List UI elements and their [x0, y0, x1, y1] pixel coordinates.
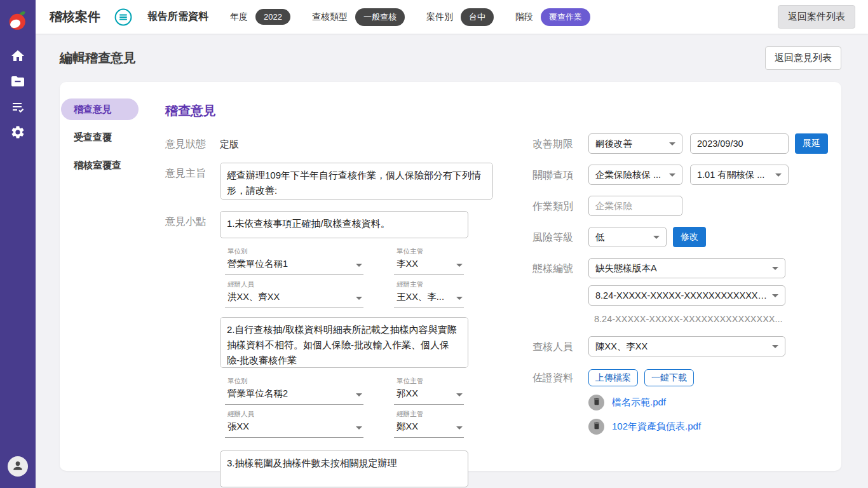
- case-category-label: 案件別: [426, 11, 453, 23]
- point-1-handler-manager-select[interactable]: 經辦主管 王XX、李...: [394, 280, 464, 308]
- delete-file-1-button[interactable]: [588, 395, 604, 410]
- subject-label: 意見主旨: [165, 163, 220, 200]
- gear-icon: [10, 132, 25, 142]
- tab-auditee-reply[interactable]: 受查查覆: [61, 126, 139, 148]
- upload-file-button[interactable]: 上傳檔案: [588, 369, 638, 386]
- sidebar-item-home[interactable]: [10, 48, 25, 64]
- sidebar-item-cases[interactable]: [10, 74, 25, 89]
- tab-audit-opinion[interactable]: 稽查意見: [61, 98, 139, 120]
- chevron-down-icon: [356, 426, 362, 430]
- chevron-down-icon: [772, 267, 778, 270]
- auditors-label: 查核人員: [532, 336, 588, 354]
- sidebar-item-settings[interactable]: [10, 125, 25, 140]
- back-to-opinion-list-button[interactable]: 返回意見列表: [765, 46, 841, 70]
- chevron-down-icon: [356, 297, 362, 300]
- unit-label: 單位別: [227, 247, 352, 256]
- delete-file-2-button[interactable]: [588, 419, 604, 435]
- trash-icon: [592, 397, 601, 408]
- year-badge: 2022: [255, 9, 290, 25]
- pattern-code-select[interactable]: 8.24-XXXXX-XXXXX-XXXXXXXXXXXXXXX...: [588, 285, 785, 306]
- trash-icon: [592, 421, 601, 432]
- unit-label: 單位別: [227, 377, 352, 386]
- deadline-date-input[interactable]: [690, 133, 789, 154]
- point-1-selects: 單位別 營業單位名稱1 單位主管 李XX: [225, 247, 468, 308]
- modify-button[interactable]: 修改: [673, 227, 706, 247]
- point-2-selects: 單位別 營業單位名稱2 單位主管 郭XX: [225, 377, 468, 438]
- handlers-label: 經辦人員: [227, 280, 352, 289]
- back-to-case-list-button[interactable]: 返回案件列表: [778, 5, 855, 29]
- sidebar: [0, 0, 36, 488]
- point-2-unit-manager-select[interactable]: 單位主管 郭XX: [394, 377, 464, 405]
- stage-badge: 覆查作業: [541, 8, 590, 26]
- extend-button[interactable]: 展延: [795, 133, 828, 154]
- point-3-textarea[interactable]: 3.抽樣範圍及抽樣件數未按相關規定辦理: [220, 451, 468, 487]
- section-heading: 稽查意見: [165, 102, 830, 119]
- point-2-handler-manager-select[interactable]: 經辦主管 鄭XX: [394, 410, 464, 438]
- download-all-button[interactable]: 一鍵下載: [644, 369, 694, 386]
- user-avatar[interactable]: [8, 456, 28, 477]
- related-item-select[interactable]: 1.01 有關核保 ...: [690, 165, 789, 185]
- deadline-label: 改善期限: [532, 133, 588, 151]
- status-value: 定版: [220, 133, 239, 151]
- file-link[interactable]: 102年資產負債表.pdf: [612, 421, 701, 433]
- chevron-down-icon: [356, 264, 362, 267]
- related-category-select[interactable]: 企業保險核保 ...: [588, 165, 682, 185]
- points-label: 意見小點: [165, 211, 220, 487]
- sidebar-item-reports[interactable]: [10, 99, 25, 114]
- chevron-down-icon: [456, 264, 463, 267]
- tab-audit-office-review[interactable]: 稽核室覆查: [61, 154, 139, 176]
- file-row: 檔名示範.pdf: [588, 395, 701, 410]
- points-stack: 1.未依查核事項正確抽/取樣查核資料。 單位別 營業單位名稱1: [220, 211, 468, 487]
- sidebar-nav: [10, 48, 25, 140]
- right-form-column: 改善期限 嗣後改善 展延: [532, 133, 830, 487]
- chevron-down-icon: [775, 173, 782, 177]
- opinion-form: 稽查意見 意見狀態 定版 意見主旨 經查辦理109年下半年自行查核作業，個人保險…: [158, 91, 830, 456]
- point-1-handlers-select[interactable]: 經辦人員 洪XX、齊XX: [225, 280, 363, 308]
- tab-list: 稽查意見 受查查覆 稽核室覆查: [61, 91, 158, 456]
- page-title: 編輯稽查意見: [60, 50, 136, 67]
- file-row: 102年資產負債表.pdf: [588, 419, 701, 435]
- app-root: 稽核案件 報告所需資料 年度 2022 查核類型 一般查核 案件別 台中 階段 …: [0, 0, 868, 488]
- page-head: 編輯稽查意見 返回意見列表: [60, 34, 841, 82]
- op-category-input[interactable]: [588, 196, 682, 216]
- pattern-version-select[interactable]: 缺失態樣版本A: [588, 258, 785, 278]
- chevron-down-icon: [669, 173, 675, 177]
- file-link[interactable]: 檔名示範.pdf: [612, 396, 666, 409]
- app-logo-icon: [0, 0, 36, 36]
- handler-manager-label: 經辦主管: [397, 410, 452, 419]
- chevron-down-icon: [456, 297, 463, 300]
- point-1-textarea[interactable]: 1.未依查核事項正確抽/取樣查核資料。: [220, 211, 468, 238]
- auditors-select[interactable]: 陳XX、李XX: [588, 336, 785, 356]
- handler-manager-label: 經辦主管: [397, 280, 452, 289]
- risk-level-label: 風險等級: [532, 227, 588, 245]
- audit-type-badge: 一般查核: [355, 8, 405, 26]
- status-label: 意見狀態: [165, 133, 220, 151]
- op-category-label: 作業類別: [532, 196, 588, 214]
- chevron-down-icon: [653, 236, 660, 239]
- deadline-type-select[interactable]: 嗣後改善: [588, 133, 682, 154]
- point-2-unit-select[interactable]: 單位別 營業單位名稱2: [225, 377, 363, 405]
- report-required-data-link[interactable]: 報告所需資料: [147, 10, 208, 24]
- home-icon: [10, 56, 25, 65]
- case-category-badge: 台中: [461, 8, 494, 26]
- left-form-column: 意見狀態 定版 意見主旨 經查辦理109年下半年自行查核作業，個人保險部分有下列…: [165, 133, 496, 487]
- point-2-textarea[interactable]: 2.自行查核抽/取樣資料明細表所記載之抽樣內容與實際抽樣資料不相符。如個人保險-…: [220, 317, 468, 368]
- stage-label: 階段: [515, 11, 533, 23]
- point-1-unit-manager-select[interactable]: 單位主管 李XX: [394, 247, 464, 275]
- year-label: 年度: [230, 11, 248, 23]
- chevron-down-icon: [456, 393, 463, 396]
- unit-manager-label: 單位主管: [397, 247, 452, 256]
- point-1-unit-select[interactable]: 單位別 營業單位名稱1: [225, 247, 363, 275]
- pattern-code-label: 態樣編號: [532, 258, 588, 276]
- subject-textarea[interactable]: 經查辦理109年下半年自行查核作業，個人保險部分有下列情形，請改善:: [220, 163, 493, 200]
- point-2-handlers-select[interactable]: 經辦人員 張XX: [225, 410, 363, 438]
- audit-type-label: 查核類型: [312, 11, 348, 23]
- opinion-card: 稽查意見 受查查覆 稽核室覆查 稽查意見 意見狀態 定版: [60, 82, 841, 471]
- unit-manager-label: 單位主管: [397, 377, 452, 386]
- evidence-group: 上傳檔案 一鍵下載: [588, 367, 701, 435]
- main-column: 稽核案件 報告所需資料 年度 2022 查核類型 一般查核 案件別 台中 階段 …: [36, 0, 868, 488]
- menu-button[interactable]: [114, 8, 132, 26]
- app-title: 稽核案件: [50, 8, 100, 25]
- risk-level-select[interactable]: 低: [588, 227, 667, 247]
- evidence-label: 佐證資料: [532, 367, 588, 385]
